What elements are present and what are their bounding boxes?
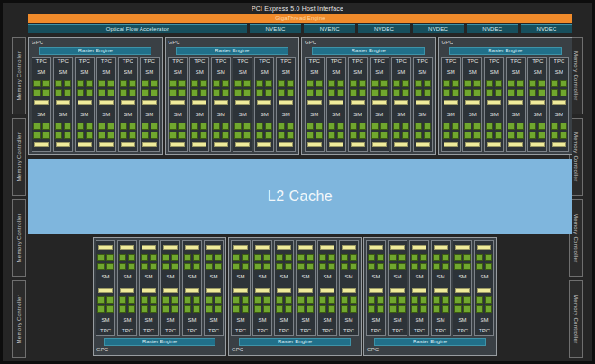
sm-core-cell <box>86 89 93 96</box>
sm-label: SM <box>59 112 67 118</box>
sm-core-cell <box>215 296 222 304</box>
sm-core-cell <box>389 296 397 304</box>
sm-core-cell <box>98 89 105 96</box>
sm-cache-bar <box>255 245 270 250</box>
sm-label: SM <box>282 112 290 118</box>
sm-core-cell <box>276 305 283 313</box>
sm-core-cell <box>371 132 379 139</box>
tpc-block: TPCSMSM <box>441 57 461 152</box>
sm-label: SM <box>447 69 455 76</box>
sm-core-cell <box>415 80 422 87</box>
sm-label: SM <box>310 112 318 118</box>
sm-core-row <box>486 80 502 87</box>
sm-label: SM <box>174 112 182 118</box>
sm-core-cell <box>316 132 323 139</box>
sm-core-cell <box>151 89 158 96</box>
sm-cache-bar <box>279 100 293 105</box>
sm-core-cell <box>142 123 149 130</box>
sm-core-cell <box>119 254 126 261</box>
sm-block: SM <box>253 285 271 328</box>
sm-block: SM <box>297 241 315 285</box>
sm-core-grid <box>464 80 481 96</box>
sm-core-cell <box>411 263 418 270</box>
sm-core-grid <box>191 123 207 139</box>
sm-cache-bar <box>342 245 356 250</box>
memory-controller-column-left: Memory ControllerMemory ControllerMemory… <box>12 37 26 358</box>
sm-core-grid <box>276 296 292 313</box>
sm-core-cell <box>178 132 186 139</box>
sm-core-grid <box>191 80 207 96</box>
sm-core-grid <box>55 123 71 139</box>
sm-core-grid <box>298 296 314 313</box>
tpc-row: TPCSMSMTPCSMSMTPCSMSMTPCSMSMTPCSMSMTPCSM… <box>96 240 224 336</box>
sm-core-cell <box>442 254 449 261</box>
tpc-row: TPCSMSMTPCSMSMTPCSMSMTPCSMSMTPCSMSMTPCSM… <box>441 57 571 152</box>
sm-core-row <box>98 132 114 139</box>
sm-cache-bar <box>320 245 334 250</box>
sm-cache-bar <box>185 245 199 250</box>
sm-core-cell <box>107 132 114 139</box>
sm-core-cell <box>234 89 242 96</box>
sm-core-row <box>276 296 292 304</box>
tpc-block: TPCSMSM <box>96 57 116 152</box>
sm-core-cell <box>402 80 409 87</box>
memory-controller-label: Memory Controller <box>16 214 22 262</box>
sm-core-cell <box>350 263 357 270</box>
sm-core-row <box>393 89 409 96</box>
sm-label: SM <box>37 69 45 76</box>
tpc-label: TPC <box>475 327 493 335</box>
sm-core-row <box>350 123 366 130</box>
sm-core-cell <box>328 263 335 270</box>
sm-core-row <box>276 254 292 261</box>
sm-block: SM <box>340 285 358 328</box>
sm-core-row <box>233 305 249 313</box>
l2-cache-block: L2 Cache <box>28 159 572 234</box>
sm-label: SM <box>418 112 426 118</box>
sm-block: SM <box>349 66 367 108</box>
sm-core-cell <box>337 80 344 87</box>
sm-core-cell <box>393 89 400 96</box>
sm-core-cell <box>402 132 409 139</box>
sm-core-cell <box>169 80 177 87</box>
sm-core-row <box>55 132 71 139</box>
sm-core-cell <box>464 80 471 87</box>
tpc-block: TPCSMSM <box>370 57 389 152</box>
gpc-block: GPCRaster EngineTPCSMSMTPCSMSMTPCSMSMTPC… <box>93 237 226 356</box>
gigathread-engine-bar: GigaThread Engine <box>28 14 572 23</box>
sm-core-grid <box>433 296 449 313</box>
sm-core-cell <box>222 123 229 130</box>
sm-core-cell <box>162 254 169 261</box>
sm-core-cell <box>106 305 114 313</box>
sm-block: SM <box>277 66 295 108</box>
sm-core-cell <box>243 89 251 96</box>
sm-core-grid <box>368 254 384 270</box>
sm-core-row <box>443 80 459 87</box>
sm-core-grid <box>162 254 178 270</box>
tpc-row: TPCSMSMTPCSMSMTPCSMSMTPCSMSMTPCSMSMTPCSM… <box>231 240 359 336</box>
sm-cache-bar <box>444 100 458 105</box>
sm-cache-bar <box>390 288 405 293</box>
sm-cache-bar <box>552 100 566 105</box>
sm-core-cell <box>420 305 427 313</box>
sm-core-cell <box>200 132 207 139</box>
sm-core-row <box>411 305 427 313</box>
memory-controller-segment: Memory Controller <box>569 280 583 358</box>
sm-label: SM <box>124 274 132 280</box>
sm-core-cell <box>424 89 431 96</box>
sm-block: SM <box>161 285 179 328</box>
sm-core-row <box>464 123 481 130</box>
sm-cache-bar <box>142 142 157 147</box>
sm-cache-bar <box>351 100 365 105</box>
sm-block: SM <box>432 285 450 328</box>
sm-core-row <box>206 305 222 313</box>
sm-core-grid <box>298 254 314 270</box>
sm-core-cell <box>242 305 249 313</box>
sm-label: SM <box>353 112 362 118</box>
sm-core-cell <box>316 89 323 96</box>
sm-cache-bar <box>233 288 248 293</box>
sm-cache-bar <box>277 245 291 250</box>
gpc-label: GPC <box>31 39 160 47</box>
sm-core-row <box>119 254 135 261</box>
sm-core-grid <box>184 254 200 270</box>
tpc-label: TPC <box>340 327 358 335</box>
